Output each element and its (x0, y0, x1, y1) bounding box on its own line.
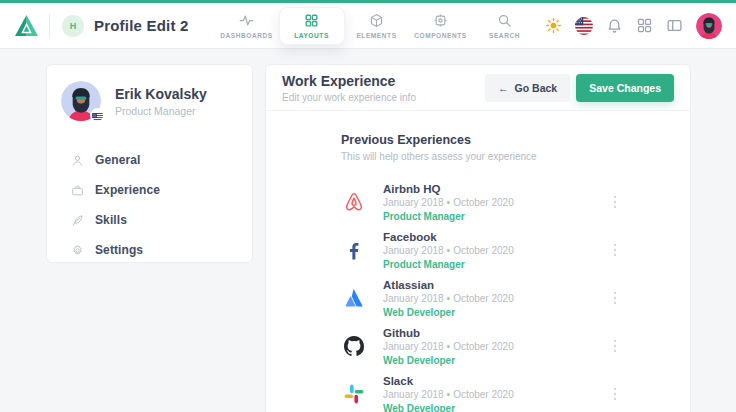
page-badge: H (62, 15, 84, 37)
sidebar-item-experience[interactable]: Experience (47, 175, 252, 205)
company-name: Github (383, 327, 514, 339)
page-body: Erik Kovalsky Product Manager General Ex… (0, 48, 736, 412)
sidebar-item-label: Settings (95, 243, 143, 257)
company-name: Airbnb HQ (383, 183, 514, 195)
kebab-menu-icon[interactable] (610, 240, 621, 261)
experience-row-github: Github January 2018•October 2020 Web Dev… (341, 322, 620, 370)
sidebar-item-skills[interactable]: Skills (47, 205, 252, 235)
experiences-subtitle: This will help others assess your experi… (341, 151, 620, 162)
experience-role: Product Manager (383, 259, 514, 270)
nav-label: SEARCH (489, 32, 520, 39)
app-logo-icon[interactable] (14, 14, 39, 37)
sidebar-item-label: Skills (95, 213, 127, 227)
panel-toggle-icon[interactable] (666, 17, 683, 34)
profile-sidebar-card: Erik Kovalsky Product Manager General Ex… (46, 64, 253, 263)
kebab-menu-icon[interactable] (610, 192, 621, 213)
section-subheading: Edit your work experience info (282, 92, 416, 103)
nav-search[interactable]: SEARCH (473, 13, 537, 39)
company-name: Atlassian (383, 279, 514, 291)
experience-dates: January 2018•October 2020 (383, 197, 514, 208)
bell-icon[interactable] (606, 17, 623, 34)
grid-icon (304, 13, 319, 28)
nav-label: COMPONENTS (414, 32, 467, 39)
go-back-label: Go Back (515, 82, 558, 94)
kebab-menu-icon[interactable] (610, 336, 621, 357)
experiences-title: Previous Experiences (341, 133, 620, 147)
page-title: Profile Edit 2 (94, 17, 189, 34)
experiences-section: Previous Experiences This will help othe… (266, 111, 690, 412)
atlassian-logo (341, 286, 366, 311)
gear-icon (71, 244, 84, 257)
sidebar-item-label: Experience (95, 183, 160, 197)
profile-avatar (61, 81, 101, 121)
experience-role: Web Developer (383, 307, 514, 318)
experience-row-airbnb: Airbnb HQ January 2018•October 2020 Prod… (341, 178, 620, 226)
profile-edit-page: H Profile Edit 2 DASHBOARDS LAYOUTS ELEM… (0, 0, 736, 412)
top-navigation-bar: H Profile Edit 2 DASHBOARDS LAYOUTS ELEM… (0, 0, 736, 48)
user-icon (71, 154, 84, 167)
save-changes-button[interactable]: Save Changes (576, 74, 674, 102)
nav-layouts[interactable]: LAYOUTS (279, 7, 345, 45)
work-experience-header: Work Experience Edit your work experienc… (266, 65, 690, 111)
experience-role: Web Developer (383, 403, 514, 412)
experience-dates: January 2018•October 2020 (383, 389, 514, 400)
experience-dates: January 2018•October 2020 (383, 293, 514, 304)
nav-label: DASHBOARDS (220, 32, 273, 39)
nav-components[interactable]: COMPONENTS (409, 13, 473, 39)
experience-dates: January 2018•October 2020 (383, 341, 514, 352)
sidebar-item-label: General (95, 153, 140, 167)
main-nav: DASHBOARDS LAYOUTS ELEMENTS COMPONENTS (215, 7, 537, 45)
apps-grid-icon[interactable] (636, 17, 653, 34)
kebab-menu-icon[interactable] (610, 384, 621, 405)
sun-icon[interactable] (545, 17, 562, 34)
box-icon (369, 13, 384, 28)
experience-role: Web Developer (383, 355, 514, 366)
facebook-logo (341, 238, 366, 263)
experiences-list: Airbnb HQ January 2018•October 2020 Prod… (341, 178, 620, 412)
language-flag-icon[interactable] (575, 17, 593, 35)
activity-icon (239, 13, 254, 28)
briefcase-icon (71, 184, 84, 197)
header-divider (49, 14, 50, 38)
sidebar-item-settings[interactable]: Settings (47, 235, 252, 265)
header-actions (545, 13, 722, 39)
profile-summary: Erik Kovalsky Product Manager (47, 65, 252, 131)
company-name: Slack (383, 375, 514, 387)
feather-icon (71, 214, 84, 227)
experience-row-facebook: Facebook January 2018•October 2020 Produ… (341, 226, 620, 274)
component-icon (433, 13, 448, 28)
experience-row-slack: Slack January 2018•October 2020 Web Deve… (341, 370, 620, 412)
slack-logo (341, 382, 366, 407)
kebab-menu-icon[interactable] (610, 288, 621, 309)
country-flag-icon (90, 108, 105, 123)
profile-name: Erik Kovalsky (115, 86, 207, 102)
go-back-button[interactable]: ← Go Back (485, 74, 570, 102)
experience-role: Product Manager (383, 211, 514, 222)
profile-menu: General Experience Skills Setti (47, 145, 252, 265)
github-logo (341, 334, 366, 359)
profile-role: Product Manager (115, 105, 207, 117)
nav-label: ELEMENTS (356, 32, 396, 39)
section-heading: Work Experience (282, 73, 416, 89)
work-experience-card: Work Experience Edit your work experienc… (265, 64, 691, 412)
sidebar-item-general[interactable]: General (47, 145, 252, 175)
user-avatar[interactable] (696, 13, 722, 39)
experience-row-atlassian: Atlassian January 2018•October 2020 Web … (341, 274, 620, 322)
experience-dates: January 2018•October 2020 (383, 245, 514, 256)
airbnb-logo (341, 190, 366, 215)
nav-elements[interactable]: ELEMENTS (345, 13, 409, 39)
back-arrow-icon: ← (498, 82, 509, 94)
company-name: Facebook (383, 231, 514, 243)
search-icon (497, 13, 512, 28)
nav-label: LAYOUTS (294, 32, 329, 39)
nav-dashboards[interactable]: DASHBOARDS (215, 13, 279, 39)
